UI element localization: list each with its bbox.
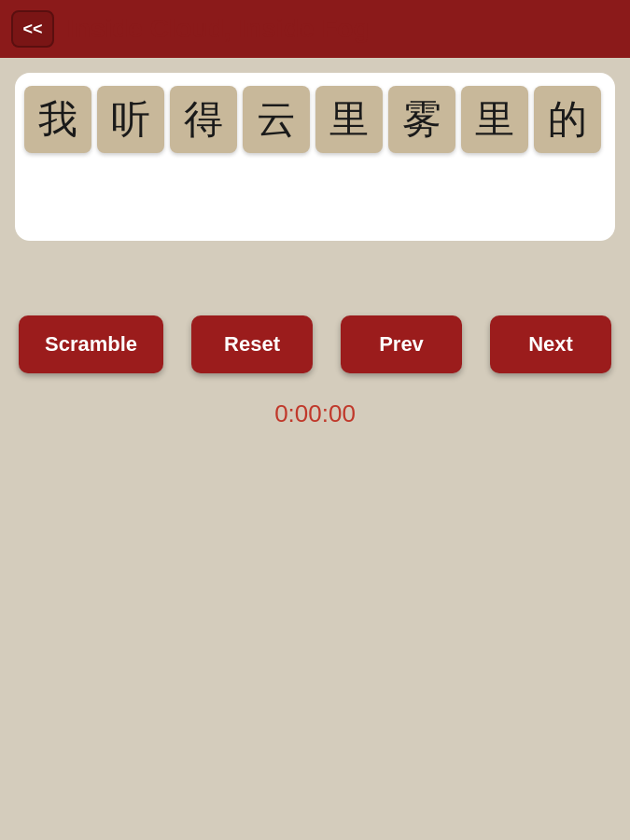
back-button[interactable]: << xyxy=(11,10,54,48)
prev-button[interactable]: Prev xyxy=(341,315,462,373)
character-tile[interactable]: 雾 xyxy=(388,86,455,153)
character-tile[interactable]: 的 xyxy=(534,86,601,153)
app-header: << Inside Cloud, Inside Fog xyxy=(0,0,630,58)
buttons-row: Scramble Reset Prev Next xyxy=(15,315,615,373)
character-tile[interactable]: 我 xyxy=(24,86,91,153)
character-tile-area: 我听得云里雾里的 xyxy=(15,73,615,241)
characters-row: 我听得云里雾里的 xyxy=(24,86,606,153)
main-content: 我听得云里雾里的 Scramble Reset Prev Next 0:00:0… xyxy=(0,58,630,840)
character-tile[interactable]: 里 xyxy=(461,86,528,153)
character-tile[interactable]: 听 xyxy=(97,86,164,153)
next-button[interactable]: Next xyxy=(490,315,611,373)
reset-button[interactable]: Reset xyxy=(191,315,313,373)
scramble-button[interactable]: Scramble xyxy=(19,315,163,373)
page-title: Inside Cloud, Inside Fog xyxy=(67,10,619,48)
character-tile[interactable]: 得 xyxy=(170,86,237,153)
character-tile[interactable]: 里 xyxy=(315,86,383,153)
character-tile[interactable]: 云 xyxy=(243,86,310,153)
timer-display: 0:00:00 xyxy=(15,399,615,428)
